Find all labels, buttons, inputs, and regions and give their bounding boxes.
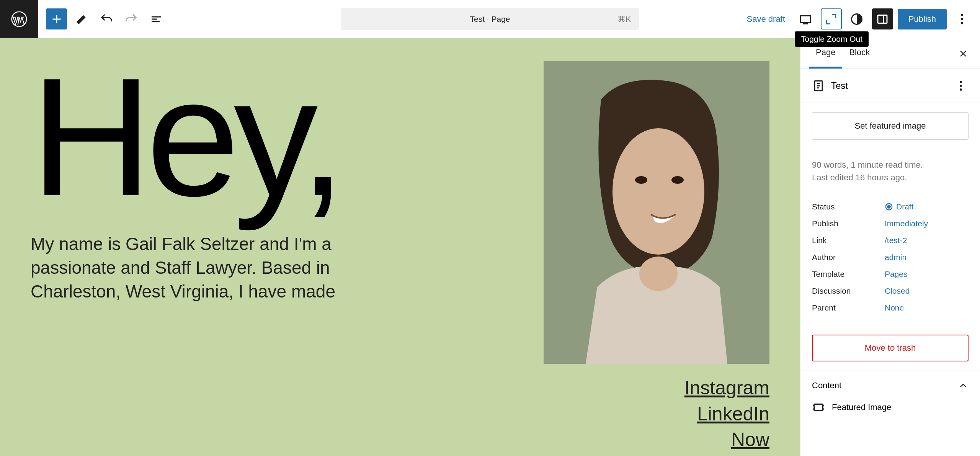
svg-point-18 — [887, 205, 890, 208]
draft-status-icon — [885, 203, 893, 211]
page-icon — [812, 79, 825, 92]
edit-icon[interactable] — [71, 8, 92, 29]
author-label: Author — [812, 253, 885, 262]
parent-label: Parent — [812, 303, 885, 312]
link-instagram[interactable]: Instagram — [684, 375, 769, 401]
canvas-left: Hey, My name is Gail Falk Seltzer and I'… — [31, 61, 524, 456]
link-value[interactable]: /test-2 — [885, 236, 907, 245]
svg-point-4 — [961, 14, 963, 16]
content-featured-image-label: Featured Image — [832, 402, 891, 412]
page-title: Test — [831, 80, 848, 91]
zoom-tooltip: Toggle Zoom Out — [795, 31, 869, 47]
zoom-out-button[interactable] — [821, 8, 842, 29]
featured-image-icon — [812, 401, 825, 414]
editor-canvas[interactable]: Hey, My name is Gail Falk Seltzer and I'… — [0, 38, 800, 456]
publish-value[interactable]: Immediately — [885, 219, 928, 228]
template-value[interactable]: Pages — [885, 270, 908, 279]
set-featured-image-button[interactable]: Set featured image — [812, 112, 969, 140]
svg-point-14 — [960, 81, 962, 83]
undo-button[interactable] — [96, 8, 117, 29]
svg-point-6 — [961, 22, 963, 24]
status-label: Status — [812, 202, 885, 211]
svg-rect-3 — [878, 15, 887, 23]
breadcrumb-shortcut: ⌘K — [617, 15, 631, 24]
last-edited: Last edited 16 hours ago. — [812, 171, 969, 184]
main: Hey, My name is Gail Falk Seltzer and I'… — [0, 38, 980, 456]
content-featured-image-row[interactable]: Featured Image — [800, 396, 980, 419]
discussion-label: Discussion — [812, 286, 885, 296]
document-overview-button[interactable] — [145, 8, 167, 29]
parent-value[interactable]: None — [885, 303, 904, 312]
chevron-up-icon — [958, 380, 969, 391]
status-value[interactable]: Draft — [885, 202, 914, 211]
breadcrumb[interactable]: Test · Page ⌘K — [341, 8, 639, 30]
canvas-right: Instagram LinkedIn Now — [540, 61, 769, 456]
page-actions-button[interactable] — [953, 78, 969, 93]
svg-point-10 — [635, 176, 647, 184]
social-links: Instagram LinkedIn Now — [684, 375, 769, 453]
template-label: Template — [812, 270, 885, 279]
svg-point-5 — [961, 18, 963, 20]
options-button[interactable] — [951, 8, 972, 29]
svg-point-9 — [612, 128, 704, 255]
svg-point-15 — [960, 85, 962, 87]
content-panel-header[interactable]: Content — [800, 371, 980, 396]
page-meta: 90 words, 1 minute read time. Last edite… — [800, 149, 980, 193]
page-fields: StatusDraft PublishImmediately Link/test… — [800, 193, 980, 325]
breadcrumb-title: Test · Page — [470, 15, 510, 24]
content-label: Content — [812, 381, 841, 391]
trash-panel: Move to trash — [800, 325, 980, 371]
link-label: Link — [812, 236, 885, 245]
save-draft-button[interactable]: Save draft — [742, 10, 791, 28]
settings-sidebar: Page Block Test Set featured image 90 wo… — [800, 38, 980, 456]
portrait-image[interactable] — [544, 61, 769, 364]
page-summary: Test — [800, 69, 980, 103]
featured-image-panel: Set featured image — [800, 103, 980, 149]
add-block-button[interactable] — [46, 8, 67, 29]
svg-rect-19 — [814, 404, 823, 411]
svg-point-12 — [639, 257, 678, 291]
svg-point-16 — [960, 88, 962, 91]
svg-rect-1 — [800, 16, 811, 23]
redo-button[interactable] — [121, 8, 142, 29]
publish-button[interactable]: Publish — [898, 9, 947, 29]
link-linkedin[interactable]: LinkedIn — [684, 401, 769, 427]
author-value[interactable]: admin — [885, 253, 906, 262]
discussion-value[interactable]: Closed — [885, 286, 910, 296]
settings-button[interactable] — [872, 8, 893, 29]
publish-label: Publish — [812, 219, 885, 228]
word-count: 90 words, 1 minute read time. — [812, 159, 969, 171]
view-button[interactable] — [795, 8, 816, 29]
styles-button[interactable] — [846, 8, 867, 29]
heading[interactable]: Hey, — [31, 61, 524, 213]
close-sidebar-button[interactable] — [955, 45, 972, 62]
move-to-trash-button[interactable]: Move to trash — [812, 335, 969, 361]
svg-point-11 — [671, 176, 684, 184]
wp-logo[interactable] — [0, 0, 38, 38]
link-now[interactable]: Now — [684, 427, 769, 453]
bio-paragraph[interactable]: My name is Gail Falk Seltzer and I'm a p… — [31, 232, 394, 303]
toolbar-right: Save draft Publish — [742, 8, 980, 29]
toolbar-left — [38, 8, 167, 29]
